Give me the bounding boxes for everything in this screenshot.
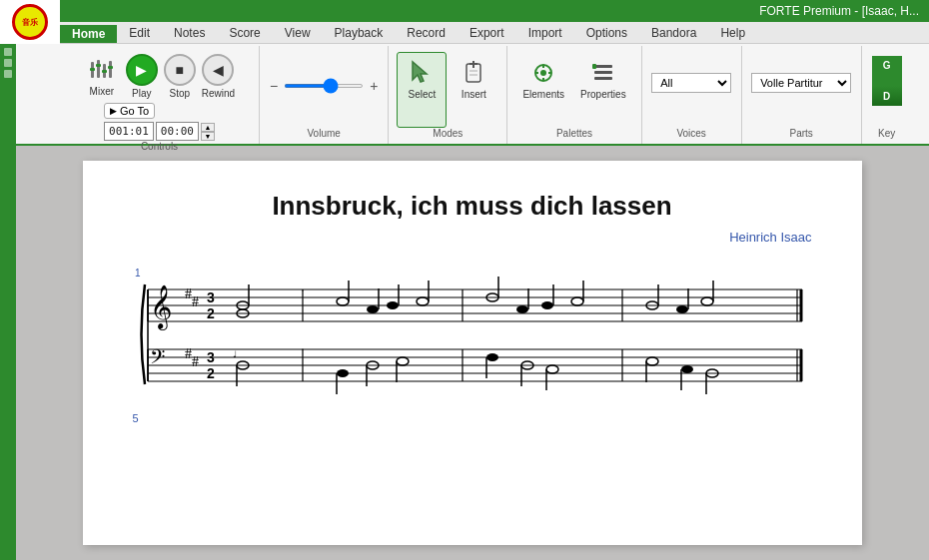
stop-button[interactable]: ■ (164, 54, 196, 86)
key-bottom: D (883, 91, 890, 102)
tab-notes[interactable]: Notes (162, 23, 217, 43)
goto-button[interactable]: ▶ Go To (104, 103, 155, 119)
volume-slider[interactable] (284, 84, 364, 88)
time-display: 001:01 (104, 122, 154, 141)
tab-import[interactable]: Import (516, 23, 574, 43)
page-indicator: 5 (133, 412, 812, 424)
svg-text:𝄢: 𝄢 (150, 346, 165, 372)
svg-rect-3 (109, 61, 112, 78)
tab-home[interactable]: Home (60, 25, 117, 43)
parts-select[interactable]: Volle Partitur Part 1 Part 2 (751, 73, 851, 93)
svg-point-94 (646, 357, 658, 365)
play-label: Play (132, 88, 151, 99)
tab-playback[interactable]: Playback (323, 23, 396, 43)
tab-help[interactable]: Help (708, 23, 757, 43)
properties-button[interactable]: Properties (573, 52, 633, 128)
tab-score[interactable]: Score (217, 23, 272, 43)
ribbon-group-modes: Select Insert Mode (389, 46, 507, 144)
select-mode-button[interactable]: Select (397, 52, 447, 128)
tab-options[interactable]: Options (574, 23, 639, 43)
ribbon: Mixer ▶ Play ■ Stop ◀ Rewind (0, 44, 929, 146)
svg-rect-7 (108, 66, 113, 69)
svg-point-92 (701, 297, 713, 305)
rewind-label: Rewind (202, 88, 235, 99)
parts-group-label: Parts (789, 128, 812, 142)
tab-view[interactable]: View (273, 23, 323, 43)
ribbon-group-voices: All Voice 1 Voice 2 Voice 3 Voice 4 Voic… (642, 46, 742, 144)
svg-text:1: 1 (135, 268, 141, 279)
mixer-button[interactable]: Mixer (84, 54, 120, 99)
elements-label: Elements (522, 89, 564, 100)
svg-point-64 (337, 369, 349, 377)
svg-point-62 (417, 297, 429, 305)
time-up[interactable]: ▲ (201, 123, 215, 132)
svg-text:#: # (185, 286, 192, 301)
svg-text:𝄞: 𝄞 (150, 284, 172, 331)
svg-point-76 (541, 301, 553, 309)
svg-text:♩: ♩ (233, 349, 237, 359)
svg-rect-5 (96, 64, 101, 67)
time-display-row: 001:01 00:00 ▲ ▼ (104, 122, 215, 141)
mixer-label: Mixer (90, 86, 114, 97)
logo-icon: 音乐 (12, 4, 48, 40)
svg-text:2: 2 (207, 365, 215, 381)
svg-point-96 (681, 365, 693, 373)
tab-record[interactable]: Record (395, 23, 458, 43)
voices-select[interactable]: All Voice 1 Voice 2 Voice 3 Voice 4 (651, 73, 731, 93)
svg-rect-21 (594, 71, 612, 74)
insert-icon (458, 57, 489, 89)
svg-text:#: # (192, 294, 199, 309)
elements-icon (527, 57, 559, 89)
time-display-extra: 00:00 (156, 122, 199, 141)
key-button[interactable]: G D (872, 56, 902, 106)
play-button[interactable]: ▶ (126, 54, 158, 86)
key-group-label: Key (878, 128, 895, 142)
score-title: Innsbruck, ich muss dich lassen (133, 191, 812, 222)
tab-edit[interactable]: Edit (117, 23, 162, 43)
main-content: Innsbruck, ich muss dich lassen Heinrich… (0, 146, 929, 560)
ribbon-group-key: G D Key (862, 46, 912, 144)
svg-rect-1 (97, 60, 100, 78)
voices-row: All Voice 1 Voice 2 Voice 3 Voice 4 (651, 48, 731, 93)
insert-mode-button[interactable]: Insert (449, 52, 498, 128)
stop-label: Stop (170, 88, 191, 99)
rewind-button-group: ◀ Rewind (202, 54, 235, 99)
volume-decrease[interactable]: − (268, 78, 280, 94)
logo-area: 音乐 (0, 0, 60, 44)
svg-point-60 (387, 301, 399, 309)
svg-point-90 (676, 305, 688, 313)
music-staff: 1 (133, 265, 812, 404)
voices-group-label: Voices (676, 128, 705, 142)
key-top: G (883, 60, 891, 71)
svg-rect-23 (592, 64, 596, 69)
svg-marker-8 (413, 62, 427, 82)
svg-text:3: 3 (207, 289, 215, 305)
properties-icon (587, 57, 619, 89)
insert-label: Insert (462, 89, 486, 100)
stop-button-group: ■ Stop (164, 54, 196, 99)
svg-point-74 (516, 305, 528, 313)
elements-button[interactable]: Elements (515, 52, 571, 128)
modes-group-label: Modes (433, 128, 463, 142)
ribbon-group-palettes: Elements Properties Palettes (507, 46, 641, 144)
svg-text:#: # (192, 354, 199, 369)
sidebar-dot-2 (4, 59, 12, 67)
svg-point-78 (571, 297, 583, 305)
svg-point-84 (546, 365, 558, 373)
time-down[interactable]: ▼ (201, 132, 215, 141)
tab-export[interactable]: Export (458, 23, 516, 43)
goto-row: ▶ Go To (104, 103, 215, 119)
volume-increase[interactable]: + (368, 78, 380, 94)
svg-point-15 (540, 70, 546, 76)
score-composer: Heinrich Isaac (133, 230, 812, 245)
tab-bandora[interactable]: Bandora (639, 23, 708, 43)
svg-rect-6 (102, 70, 107, 73)
page-number: 5 (133, 412, 139, 424)
svg-text:3: 3 (207, 349, 215, 365)
svg-point-58 (367, 305, 379, 313)
parts-row: Volle Partitur Part 1 Part 2 (751, 48, 851, 93)
mixer-icon (88, 56, 116, 84)
svg-point-68 (397, 357, 409, 365)
sidebar-dot-1 (4, 48, 12, 56)
rewind-button[interactable]: ◀ (202, 54, 234, 86)
